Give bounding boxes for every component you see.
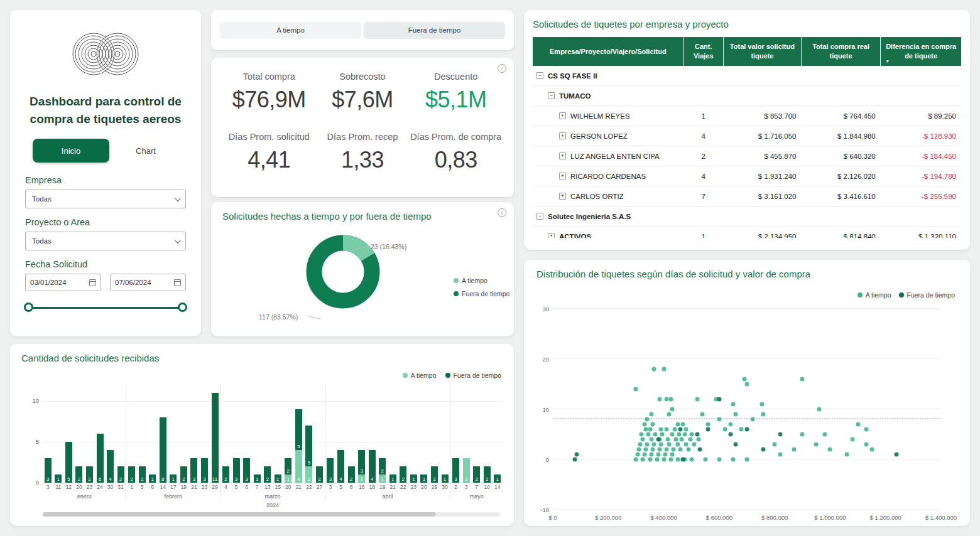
scatter-point[interactable]: [856, 422, 860, 427]
expand-icon[interactable]: +: [559, 193, 566, 200]
slider-handle-end[interactable]: [178, 303, 187, 312]
scatter-point[interactable]: [670, 453, 674, 457]
scatter-point[interactable]: [652, 442, 656, 447]
bar[interactable]: 1: [252, 474, 263, 483]
table-row[interactable]: −TUMACO: [533, 86, 961, 106]
scatter-point[interactable]: [642, 453, 646, 457]
bar[interactable]: 2: [126, 466, 137, 483]
scatter-point[interactable]: [800, 377, 805, 382]
scatter-point[interactable]: [645, 417, 650, 422]
scatter-point[interactable]: [636, 448, 641, 452]
bar[interactable]: 21: [283, 458, 294, 483]
donut-chart[interactable]: [305, 234, 381, 309]
scatter-point[interactable]: [739, 427, 744, 432]
scatter-point[interactable]: [652, 367, 656, 372]
scatter-point[interactable]: [800, 432, 805, 437]
bar[interactable]: 4: [335, 450, 346, 483]
scatter-point[interactable]: [638, 442, 643, 447]
column-header-total-valor[interactable]: Total valor solicitud tiquete: [723, 37, 801, 66]
scatter-point[interactable]: [696, 437, 700, 442]
scatter-point[interactable]: [657, 448, 662, 452]
table-row[interactable]: +ACTIVOS1$ 2.134.950$ 814.840$ 1.320.110: [533, 227, 961, 239]
scatter-point[interactable]: [778, 432, 782, 437]
fecha-end-input[interactable]: 07/06/2024: [110, 274, 186, 291]
scatter-point[interactable]: [673, 427, 677, 432]
scatter-point[interactable]: [703, 458, 707, 462]
scatter-point[interactable]: [643, 448, 648, 452]
scatter-point[interactable]: [895, 453, 899, 457]
tab-inicio[interactable]: Inicio: [33, 139, 109, 163]
scatter-point[interactable]: [745, 382, 749, 387]
scatter-point[interactable]: [670, 407, 674, 412]
scatter-point[interactable]: [659, 442, 663, 447]
scatter-point[interactable]: [828, 448, 832, 452]
table-row[interactable]: +GERSON LOPEZ4$ 1.716.050$ 1.844.980-$ 1…: [533, 126, 961, 146]
bar[interactable]: 4: [105, 450, 116, 483]
expand-icon[interactable]: +: [559, 153, 566, 159]
scatter-point[interactable]: [814, 442, 819, 447]
tab-chart[interactable]: Chart: [113, 139, 178, 163]
scatter-point[interactable]: [850, 437, 854, 442]
bar[interactable]: 1: [419, 474, 430, 483]
expand-icon[interactable]: +: [559, 112, 566, 119]
scatter-point[interactable]: [666, 437, 670, 442]
table-row[interactable]: −CS SQ FASE II: [533, 66, 961, 86]
bar[interactable]: 1: [492, 474, 503, 483]
bar[interactable]: 3: [325, 458, 336, 483]
scatter-point[interactable]: [695, 397, 699, 402]
legend-item-a-tiempo[interactable]: A tiempo: [858, 291, 891, 299]
scatter-point[interactable]: [675, 442, 680, 447]
scatter-point[interactable]: [750, 417, 754, 422]
scatter-point[interactable]: [670, 432, 674, 437]
bar[interactable]: 52: [304, 426, 315, 483]
scatter-point[interactable]: [817, 407, 821, 412]
bar[interactable]: 31: [356, 450, 367, 483]
scatter-point[interactable]: [640, 432, 644, 437]
scatter-point[interactable]: [688, 437, 692, 442]
table-row[interactable]: +RICARDO CARDENAS4$ 1.931.240$ 2.126.020…: [533, 166, 961, 186]
legend-item-fuera[interactable]: Fuera de tiempo: [445, 372, 501, 379]
scatter-point[interactable]: [656, 437, 660, 442]
bar[interactable]: 1: [273, 474, 283, 483]
sort-descending-icon[interactable]: ▼: [885, 58, 890, 64]
a-tiempo-toggle[interactable]: A tiempo: [220, 22, 361, 39]
table-row[interactable]: +LUZ ANGELA ENTEN CIPA2$ 455.870$ 640.32…: [533, 146, 961, 166]
bar[interactable]: 2: [220, 466, 231, 483]
bar[interactable]: 1: [53, 474, 64, 483]
scatter-point[interactable]: [573, 458, 577, 462]
scatter-point[interactable]: [778, 453, 782, 457]
slider-track[interactable]: [29, 307, 182, 309]
scatter-point[interactable]: [689, 432, 694, 437]
bar[interactable]: 2: [471, 466, 482, 483]
scatter-point[interactable]: [822, 432, 827, 437]
scatter-point[interactable]: [844, 453, 849, 457]
scatter-point[interactable]: [717, 397, 721, 402]
date-range-slider[interactable]: [25, 303, 186, 313]
scatter-point[interactable]: [653, 432, 658, 437]
scatter-point[interactable]: [574, 453, 579, 457]
scrollbar-thumb[interactable]: [43, 512, 436, 517]
bar[interactable]: 3: [241, 458, 252, 483]
scatter-point[interactable]: [635, 453, 640, 457]
scatter-point[interactable]: [649, 412, 653, 417]
scatter-point[interactable]: [742, 377, 746, 382]
collapse-icon[interactable]: −: [548, 92, 555, 99]
scatter-point[interactable]: [761, 412, 766, 417]
scatter-point[interactable]: [773, 442, 777, 447]
bar[interactable]: 54: [293, 409, 304, 483]
scatter-point[interactable]: [634, 387, 638, 392]
scatter-point[interactable]: [645, 442, 650, 447]
scatter-point[interactable]: [734, 412, 738, 417]
table-row[interactable]: +CARLOS ORTIZ7$ 3.161.020$ 3.416.610-$ 2…: [533, 186, 961, 206]
scatter-point[interactable]: [674, 437, 678, 442]
expand-icon[interactable]: +: [559, 173, 566, 180]
info-icon[interactable]: [498, 64, 506, 73]
scatter-point[interactable]: [687, 448, 691, 452]
scatter-point[interactable]: [675, 422, 680, 427]
fecha-start-input[interactable]: 03/01/2024: [25, 274, 101, 291]
legend-item-a-tiempo[interactable]: A tiempo: [403, 372, 437, 379]
scatter-point[interactable]: [869, 448, 874, 452]
scatter-point[interactable]: [680, 437, 684, 442]
bar[interactable]: 2: [178, 466, 189, 483]
scatter-point[interactable]: [761, 448, 766, 452]
